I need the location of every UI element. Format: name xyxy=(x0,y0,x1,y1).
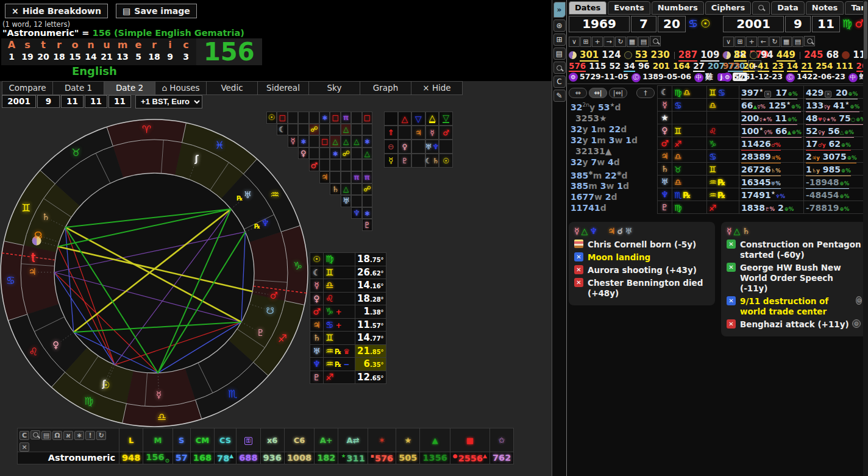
event-item[interactable]: ✕Benghazi attack (+11y)⊙ xyxy=(727,319,862,330)
save-image-button[interactable]: ▤ Save image xyxy=(116,4,197,18)
cipher-column-header[interactable]: A⇄ xyxy=(338,428,368,452)
number-token[interactable]: 34 xyxy=(624,61,635,72)
number-token[interactable]: 68 xyxy=(826,49,839,60)
chart2-tool-button[interactable]: ← xyxy=(758,37,769,47)
cipher-tool-search[interactable] xyxy=(30,430,40,439)
date-input-0[interactable]: 2001 xyxy=(2,95,36,108)
chart2-tool-button[interactable]: ▦ xyxy=(781,37,792,47)
cross-button[interactable]: † xyxy=(636,88,655,98)
cipher-column-header[interactable]: C6 xyxy=(284,428,314,452)
panel-tab-ciphers[interactable]: Ciphers xyxy=(705,1,752,15)
cipher-tool-icon[interactable]: ! xyxy=(85,431,95,440)
number-token[interactable]: 254 xyxy=(816,61,833,71)
chart-tab--houses[interactable]: ⌂ Houses xyxy=(155,81,207,95)
hide-breakdown-button[interactable]: × Hide Breakdown xyxy=(5,4,108,18)
number-token[interactable]: 96 xyxy=(638,61,650,71)
calendar-badge[interactable]: 中 xyxy=(848,73,858,82)
chart1-d-input[interactable]: 20 xyxy=(658,16,686,32)
chart2-d-input[interactable]: 11 xyxy=(812,16,840,32)
chart2-y-input[interactable]: 2001 xyxy=(723,16,784,32)
scrollbar-track[interactable] xyxy=(863,0,868,476)
calendar-badge[interactable]: ⚙ xyxy=(569,73,578,82)
cipher-column-header[interactable]: ✩ xyxy=(489,428,513,452)
number-token[interactable]: 82 xyxy=(734,49,747,62)
compare-mode-button[interactable]: ⇔| xyxy=(589,88,607,98)
number-token[interactable]: 94 xyxy=(761,49,774,60)
calendar-badge[interactable]: ⚙ xyxy=(723,73,732,82)
chart1-tool-button[interactable]: ▦ xyxy=(627,37,638,47)
cipher-column-header[interactable]: ■ xyxy=(450,428,489,452)
cipher-column-header[interactable]: x6 xyxy=(260,428,284,452)
number-token[interactable]: 1389-05-06 xyxy=(642,72,691,81)
chart1-tool-button[interactable] xyxy=(650,36,661,46)
chart1-tool-button[interactable]: ▤ xyxy=(638,37,649,47)
number-token[interactable]: 111 xyxy=(836,61,853,71)
event-item[interactable]: ✕Moon landing xyxy=(574,252,710,263)
number-token[interactable]: 230 xyxy=(651,49,670,60)
chart2-tool-button[interactable]: ↻ xyxy=(769,37,780,47)
number-token[interactable]: 115 xyxy=(589,61,606,71)
number-token[interactable]: 23 xyxy=(772,61,784,72)
cipher-column-header[interactable]: A+ xyxy=(315,428,338,452)
cipher-tool-icon[interactable]: ▤ xyxy=(41,431,51,440)
timezone-select[interactable]: +1 BST, Euro xyxy=(135,95,202,108)
chart-tab-sky[interactable]: Sky xyxy=(309,81,360,95)
chart2-tool-button[interactable]: ∨ xyxy=(723,37,734,47)
panel-tab-dates[interactable]: Dates xyxy=(569,1,607,15)
chart2-tool-button[interactable]: + xyxy=(746,37,757,47)
chart2-tool-button[interactable] xyxy=(804,36,815,46)
cipher-tool-icon[interactable]: Ω xyxy=(52,431,62,440)
cipher-tool-icon[interactable]: C xyxy=(20,431,29,440)
cipher-tool-icon[interactable]: ↻ xyxy=(96,431,106,440)
event-options-button[interactable]: ⊙ xyxy=(856,296,862,305)
panel-tab-notes[interactable]: Notes xyxy=(806,1,844,15)
number-token[interactable]: 109 xyxy=(700,49,719,62)
cipher-column-header[interactable]: ✶ xyxy=(368,428,396,452)
chart1-tool-button[interactable]: ⊞ xyxy=(580,37,591,47)
number-token[interactable]: 449 xyxy=(777,49,795,62)
number-token[interactable]: 14 xyxy=(787,61,799,72)
chart2-tool-button[interactable]: ⊞ xyxy=(735,37,745,47)
chart2-tool-button[interactable]: ▤ xyxy=(792,37,803,47)
panel-tab-numbers[interactable]: Numbers xyxy=(652,1,704,15)
number-token[interactable]: 53 xyxy=(635,49,648,62)
calendar-badge[interactable]: 中 xyxy=(694,73,703,82)
number-token[interactable]: 124 xyxy=(602,49,621,60)
chart1-tool-button[interactable]: → xyxy=(603,37,614,47)
cipher-column-header[interactable]: L xyxy=(119,428,143,452)
cipher-column-header[interactable]: ▲ xyxy=(420,428,450,452)
number-token[interactable]: 21 xyxy=(801,61,813,72)
date-input-3[interactable]: 11 xyxy=(85,95,107,108)
number-token[interactable]: 201 xyxy=(653,61,670,71)
calendar-badge[interactable]: Ⓒ xyxy=(786,73,795,82)
number-token[interactable]: 301 xyxy=(580,49,599,62)
number-token[interactable]: 287 xyxy=(678,49,697,62)
calendar-badge[interactable]: Ⓒ xyxy=(631,73,641,82)
cipher-column-header[interactable]: ⚿ xyxy=(237,428,260,452)
chart1-tool-button[interactable]: ↻ xyxy=(615,37,626,47)
chart-tab-vedic[interactable]: Vedic xyxy=(207,81,258,95)
chart-tab-date-1[interactable]: Date 1 xyxy=(53,81,104,95)
number-token[interactable]: 245 xyxy=(804,49,823,60)
cipher-tool-icon[interactable]: א xyxy=(63,431,73,440)
chart1-tool-button[interactable]: + xyxy=(592,37,603,47)
side-edit-button[interactable]: ✎ xyxy=(553,90,566,102)
compare-mode-button[interactable]: ⇔ xyxy=(569,88,587,98)
number-token[interactable]: 5761-12-23 xyxy=(734,72,783,81)
event-item[interactable]: ✕Chester Bennington died (+48y) xyxy=(574,278,710,299)
panel-tab-data[interactable]: Data xyxy=(771,1,805,15)
date-input-1[interactable]: 9 xyxy=(37,95,60,108)
cipher-column-header[interactable]: ★ xyxy=(396,428,420,452)
number-token[interactable]: 5729-11-05 xyxy=(580,72,628,81)
event-item[interactable]: ✕9/11 destruction of world trade center⊙ xyxy=(727,296,862,317)
cipher-column-header[interactable]: S xyxy=(173,428,190,452)
event-item[interactable]: ✕Aurora shooting (+43y) xyxy=(574,265,710,275)
chart1-tool-button[interactable]: ∨ xyxy=(569,37,580,47)
panel-tab-search[interactable] xyxy=(752,1,770,15)
number-token[interactable]: 20 xyxy=(743,61,755,72)
date-input-2[interactable]: 11 xyxy=(61,95,84,108)
number-token[interactable]: 973 xyxy=(723,61,740,71)
number-token[interactable]: 27 xyxy=(693,61,705,72)
date-input-4[interactable]: 11 xyxy=(108,95,131,108)
number-token[interactable]: 576 xyxy=(569,61,586,72)
